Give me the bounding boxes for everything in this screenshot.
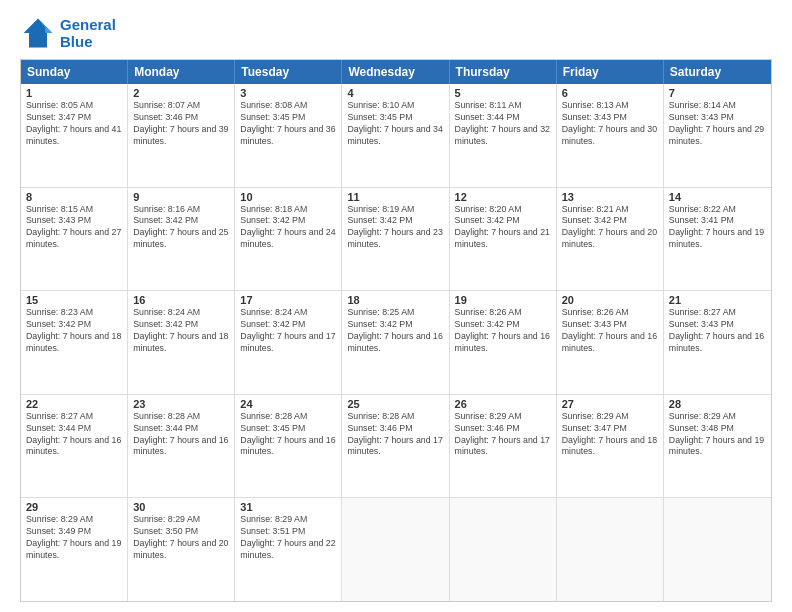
day-info: Sunrise: 8:29 AM Sunset: 3:47 PM Dayligh… <box>562 411 658 459</box>
day-number: 17 <box>240 294 336 306</box>
day-number: 15 <box>26 294 122 306</box>
day-cell-19: 19Sunrise: 8:26 AM Sunset: 3:42 PM Dayli… <box>450 291 557 394</box>
day-info: Sunrise: 8:10 AM Sunset: 3:45 PM Dayligh… <box>347 100 443 148</box>
header-day-monday: Monday <box>128 60 235 84</box>
day-number: 5 <box>455 87 551 99</box>
day-number: 24 <box>240 398 336 410</box>
day-info: Sunrise: 8:13 AM Sunset: 3:43 PM Dayligh… <box>562 100 658 148</box>
day-cell-20: 20Sunrise: 8:26 AM Sunset: 3:43 PM Dayli… <box>557 291 664 394</box>
day-number: 9 <box>133 191 229 203</box>
day-number: 3 <box>240 87 336 99</box>
day-cell-30: 30Sunrise: 8:29 AM Sunset: 3:50 PM Dayli… <box>128 498 235 601</box>
calendar-row-2: 8Sunrise: 8:15 AM Sunset: 3:43 PM Daylig… <box>21 188 771 292</box>
day-cell-11: 11Sunrise: 8:19 AM Sunset: 3:42 PM Dayli… <box>342 188 449 291</box>
calendar-row-1: 1Sunrise: 8:05 AM Sunset: 3:47 PM Daylig… <box>21 84 771 188</box>
day-cell-22: 22Sunrise: 8:27 AM Sunset: 3:44 PM Dayli… <box>21 395 128 498</box>
day-number: 8 <box>26 191 122 203</box>
day-info: Sunrise: 8:25 AM Sunset: 3:42 PM Dayligh… <box>347 307 443 355</box>
day-info: Sunrise: 8:29 AM Sunset: 3:49 PM Dayligh… <box>26 514 122 562</box>
day-number: 16 <box>133 294 229 306</box>
day-number: 30 <box>133 501 229 513</box>
day-info: Sunrise: 8:29 AM Sunset: 3:48 PM Dayligh… <box>669 411 766 459</box>
day-info: Sunrise: 8:19 AM Sunset: 3:42 PM Dayligh… <box>347 204 443 252</box>
day-number: 19 <box>455 294 551 306</box>
calendar-body: 1Sunrise: 8:05 AM Sunset: 3:47 PM Daylig… <box>21 84 771 601</box>
day-number: 10 <box>240 191 336 203</box>
day-number: 22 <box>26 398 122 410</box>
day-cell-1: 1Sunrise: 8:05 AM Sunset: 3:47 PM Daylig… <box>21 84 128 187</box>
day-info: Sunrise: 8:28 AM Sunset: 3:45 PM Dayligh… <box>240 411 336 459</box>
day-number: 26 <box>455 398 551 410</box>
day-cell-8: 8Sunrise: 8:15 AM Sunset: 3:43 PM Daylig… <box>21 188 128 291</box>
day-cell-27: 27Sunrise: 8:29 AM Sunset: 3:47 PM Dayli… <box>557 395 664 498</box>
day-cell-28: 28Sunrise: 8:29 AM Sunset: 3:48 PM Dayli… <box>664 395 771 498</box>
logo: General Blue <box>20 15 116 51</box>
day-info: Sunrise: 8:26 AM Sunset: 3:42 PM Dayligh… <box>455 307 551 355</box>
day-info: Sunrise: 8:21 AM Sunset: 3:42 PM Dayligh… <box>562 204 658 252</box>
header-day-saturday: Saturday <box>664 60 771 84</box>
day-cell-15: 15Sunrise: 8:23 AM Sunset: 3:42 PM Dayli… <box>21 291 128 394</box>
day-cell-12: 12Sunrise: 8:20 AM Sunset: 3:42 PM Dayli… <box>450 188 557 291</box>
day-number: 21 <box>669 294 766 306</box>
day-cell-13: 13Sunrise: 8:21 AM Sunset: 3:42 PM Dayli… <box>557 188 664 291</box>
day-info: Sunrise: 8:08 AM Sunset: 3:45 PM Dayligh… <box>240 100 336 148</box>
day-info: Sunrise: 8:11 AM Sunset: 3:44 PM Dayligh… <box>455 100 551 148</box>
day-cell-29: 29Sunrise: 8:29 AM Sunset: 3:49 PM Dayli… <box>21 498 128 601</box>
day-cell-2: 2Sunrise: 8:07 AM Sunset: 3:46 PM Daylig… <box>128 84 235 187</box>
day-number: 4 <box>347 87 443 99</box>
day-cell-7: 7Sunrise: 8:14 AM Sunset: 3:43 PM Daylig… <box>664 84 771 187</box>
day-cell-23: 23Sunrise: 8:28 AM Sunset: 3:44 PM Dayli… <box>128 395 235 498</box>
day-cell-16: 16Sunrise: 8:24 AM Sunset: 3:42 PM Dayli… <box>128 291 235 394</box>
day-info: Sunrise: 8:29 AM Sunset: 3:46 PM Dayligh… <box>455 411 551 459</box>
day-number: 29 <box>26 501 122 513</box>
day-info: Sunrise: 8:15 AM Sunset: 3:43 PM Dayligh… <box>26 204 122 252</box>
day-number: 11 <box>347 191 443 203</box>
day-number: 14 <box>669 191 766 203</box>
day-info: Sunrise: 8:24 AM Sunset: 3:42 PM Dayligh… <box>240 307 336 355</box>
page: General Blue SundayMondayTuesdayWednesda… <box>0 0 792 612</box>
day-info: Sunrise: 8:29 AM Sunset: 3:51 PM Dayligh… <box>240 514 336 562</box>
day-cell-25: 25Sunrise: 8:28 AM Sunset: 3:46 PM Dayli… <box>342 395 449 498</box>
day-cell-14: 14Sunrise: 8:22 AM Sunset: 3:41 PM Dayli… <box>664 188 771 291</box>
day-info: Sunrise: 8:29 AM Sunset: 3:50 PM Dayligh… <box>133 514 229 562</box>
day-info: Sunrise: 8:14 AM Sunset: 3:43 PM Dayligh… <box>669 100 766 148</box>
day-number: 2 <box>133 87 229 99</box>
header-day-thursday: Thursday <box>450 60 557 84</box>
day-cell-18: 18Sunrise: 8:25 AM Sunset: 3:42 PM Dayli… <box>342 291 449 394</box>
day-cell-3: 3Sunrise: 8:08 AM Sunset: 3:45 PM Daylig… <box>235 84 342 187</box>
day-info: Sunrise: 8:27 AM Sunset: 3:44 PM Dayligh… <box>26 411 122 459</box>
day-info: Sunrise: 8:05 AM Sunset: 3:47 PM Dayligh… <box>26 100 122 148</box>
header: General Blue <box>20 15 772 51</box>
day-cell-4: 4Sunrise: 8:10 AM Sunset: 3:45 PM Daylig… <box>342 84 449 187</box>
day-cell-17: 17Sunrise: 8:24 AM Sunset: 3:42 PM Dayli… <box>235 291 342 394</box>
day-number: 1 <box>26 87 122 99</box>
day-number: 13 <box>562 191 658 203</box>
day-number: 12 <box>455 191 551 203</box>
logo-text: General Blue <box>60 16 116 50</box>
logo-icon <box>20 15 56 51</box>
day-cell-10: 10Sunrise: 8:18 AM Sunset: 3:42 PM Dayli… <box>235 188 342 291</box>
day-cell-26: 26Sunrise: 8:29 AM Sunset: 3:46 PM Dayli… <box>450 395 557 498</box>
calendar-row-3: 15Sunrise: 8:23 AM Sunset: 3:42 PM Dayli… <box>21 291 771 395</box>
day-cell-5: 5Sunrise: 8:11 AM Sunset: 3:44 PM Daylig… <box>450 84 557 187</box>
header-day-tuesday: Tuesday <box>235 60 342 84</box>
empty-cell <box>557 498 664 601</box>
day-info: Sunrise: 8:18 AM Sunset: 3:42 PM Dayligh… <box>240 204 336 252</box>
day-cell-31: 31Sunrise: 8:29 AM Sunset: 3:51 PM Dayli… <box>235 498 342 601</box>
day-info: Sunrise: 8:20 AM Sunset: 3:42 PM Dayligh… <box>455 204 551 252</box>
day-info: Sunrise: 8:28 AM Sunset: 3:46 PM Dayligh… <box>347 411 443 459</box>
day-number: 6 <box>562 87 658 99</box>
empty-cell <box>664 498 771 601</box>
day-cell-6: 6Sunrise: 8:13 AM Sunset: 3:43 PM Daylig… <box>557 84 664 187</box>
day-number: 7 <box>669 87 766 99</box>
day-info: Sunrise: 8:16 AM Sunset: 3:42 PM Dayligh… <box>133 204 229 252</box>
day-cell-21: 21Sunrise: 8:27 AM Sunset: 3:43 PM Dayli… <box>664 291 771 394</box>
calendar-header: SundayMondayTuesdayWednesdayThursdayFrid… <box>21 60 771 84</box>
day-info: Sunrise: 8:26 AM Sunset: 3:43 PM Dayligh… <box>562 307 658 355</box>
day-number: 28 <box>669 398 766 410</box>
empty-cell <box>450 498 557 601</box>
day-info: Sunrise: 8:22 AM Sunset: 3:41 PM Dayligh… <box>669 204 766 252</box>
header-day-wednesday: Wednesday <box>342 60 449 84</box>
day-number: 18 <box>347 294 443 306</box>
header-day-friday: Friday <box>557 60 664 84</box>
